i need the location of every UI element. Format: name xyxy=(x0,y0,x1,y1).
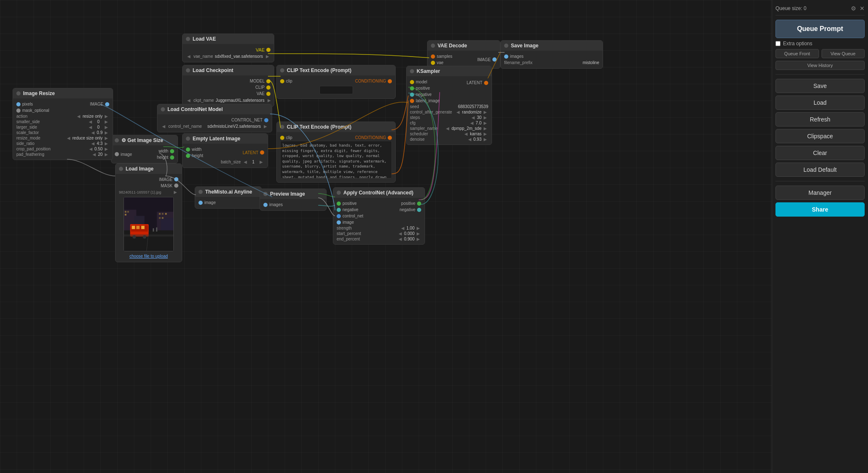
svg-rect-26 xyxy=(156,227,157,232)
controlnet-next[interactable]: ▶ xyxy=(263,124,268,129)
ctrlnet-ctrl-port[interactable] xyxy=(337,214,341,218)
scale-prev[interactable]: ◀ xyxy=(90,130,96,135)
pos-in-port[interactable] xyxy=(410,86,414,90)
vae-output-port[interactable] xyxy=(266,48,270,52)
cfg-next[interactable]: ▶ xyxy=(482,121,488,125)
end-pct-prev[interactable]: ◀ xyxy=(397,237,403,241)
conditioning-port[interactable] xyxy=(388,79,392,83)
smaller-next[interactable]: ▶ xyxy=(103,119,109,124)
image-out2-port[interactable] xyxy=(105,102,109,106)
image-in-port[interactable] xyxy=(115,152,119,156)
sampler-next[interactable]: ▶ xyxy=(482,126,488,131)
ckpt-prev[interactable]: ◀ xyxy=(186,98,192,103)
batch-prev[interactable]: ◀ xyxy=(242,160,248,164)
side-ratio-next[interactable]: ▶ xyxy=(103,141,109,146)
scheduler-prev[interactable]: ◀ xyxy=(463,132,469,136)
start-pct-next[interactable]: ▶ xyxy=(415,231,421,236)
mask-out-port[interactable] xyxy=(174,184,178,188)
share-button[interactable]: Share xyxy=(775,202,865,217)
mask-optional-port[interactable] xyxy=(16,109,21,113)
images-in-port[interactable] xyxy=(504,54,508,59)
extra-options-checkbox[interactable] xyxy=(775,41,780,46)
preview-images-port[interactable] xyxy=(263,203,268,207)
crop-pad-next[interactable]: ▶ xyxy=(103,147,109,151)
strength-next[interactable]: ▶ xyxy=(415,226,421,230)
preview-image-title: Preview Image xyxy=(270,191,305,197)
clipspace-button[interactable]: Clipspace xyxy=(775,129,865,143)
save-button[interactable]: Save xyxy=(775,79,865,93)
vae-name-prev[interactable]: ◀ xyxy=(186,54,192,59)
mask-optional-label: mask_optional xyxy=(22,108,49,113)
action-next[interactable]: ▶ xyxy=(103,114,109,119)
refresh-button[interactable]: Refresh xyxy=(775,112,865,127)
vae-name-next[interactable]: ▶ xyxy=(265,54,270,59)
pos-ctrl-out-port[interactable] xyxy=(417,202,421,206)
pixels-in-port[interactable] xyxy=(16,102,21,106)
side-ratio-prev[interactable]: ◀ xyxy=(90,141,96,146)
cfg-prev[interactable]: ◀ xyxy=(469,121,475,125)
vae-in-port[interactable] xyxy=(431,61,435,65)
width-out-port[interactable] xyxy=(170,149,174,153)
batch-next[interactable]: ▶ xyxy=(258,160,264,164)
steps-prev[interactable]: ◀ xyxy=(470,115,476,120)
clip-port[interactable] xyxy=(266,85,270,90)
larger-next[interactable]: ▶ xyxy=(103,125,109,129)
view-history-button[interactable]: View History xyxy=(775,61,865,70)
clip-input-port[interactable] xyxy=(280,79,284,83)
clip-neg-input-port[interactable] xyxy=(280,136,284,140)
ckpt-next[interactable]: ▶ xyxy=(266,98,272,103)
neg-in-port[interactable] xyxy=(410,93,414,97)
image-out-port[interactable] xyxy=(174,177,178,181)
resize-mode-prev[interactable]: ◀ xyxy=(66,136,72,140)
settings-icon[interactable]: ⚙ xyxy=(851,5,856,12)
end-pct-next[interactable]: ▶ xyxy=(415,237,421,241)
width-in-port[interactable] xyxy=(186,147,190,152)
image-ctrl-port[interactable] xyxy=(337,220,341,225)
load-default-button[interactable]: Load Default xyxy=(775,163,865,177)
queue-front-button[interactable]: Queue Front xyxy=(775,49,819,58)
steps-next[interactable]: ▶ xyxy=(482,115,488,120)
resize-mode-next[interactable]: ▶ xyxy=(103,136,109,140)
larger-prev[interactable]: ◀ xyxy=(88,125,93,129)
image-next[interactable]: ▶ xyxy=(173,190,178,194)
model-in-port[interactable] xyxy=(410,80,414,84)
pos-ctrl-port[interactable] xyxy=(337,202,341,206)
image-out3-port[interactable] xyxy=(492,57,497,62)
scale-next[interactable]: ▶ xyxy=(103,130,109,135)
upload-label[interactable]: choose file to upload xyxy=(119,253,178,259)
pad-feathering-next[interactable]: ▶ xyxy=(103,152,109,157)
crop-pad-prev[interactable]: ◀ xyxy=(88,147,94,151)
latent-out2-port[interactable] xyxy=(484,81,488,85)
model-port[interactable] xyxy=(266,79,270,83)
load-button[interactable]: Load xyxy=(775,96,865,110)
controlnet-prev[interactable]: ◀ xyxy=(161,124,167,129)
strength-prev[interactable]: ◀ xyxy=(400,226,406,230)
start-pct-prev[interactable]: ◀ xyxy=(397,231,403,236)
denoise-prev[interactable]: ◀ xyxy=(467,137,473,142)
conditioning-neg-port[interactable] xyxy=(388,136,392,140)
samples-in-port[interactable] xyxy=(431,54,435,59)
clear-button[interactable]: Clear xyxy=(775,146,865,160)
neg-ctrl-out-port[interactable] xyxy=(417,208,421,212)
scheduler-next[interactable]: ▶ xyxy=(482,132,488,136)
vae-port2[interactable] xyxy=(266,92,270,96)
smaller-prev[interactable]: ◀ xyxy=(88,119,93,124)
control-after-prev[interactable]: ◀ xyxy=(455,110,461,114)
neg-ctrl-port[interactable] xyxy=(337,208,341,212)
denoise-next[interactable]: ▶ xyxy=(482,137,488,142)
queue-prompt-button[interactable]: Queue Prompt xyxy=(775,20,865,38)
height-out-port[interactable] xyxy=(170,155,174,160)
control-after-next[interactable]: ▶ xyxy=(482,110,488,114)
latent-out-port[interactable] xyxy=(260,150,264,155)
latent-in-port[interactable] xyxy=(410,99,414,103)
pad-feathering-prev[interactable]: ◀ xyxy=(91,152,97,157)
anyline-image-port[interactable] xyxy=(198,201,203,205)
close-icon[interactable]: ✕ xyxy=(860,5,865,12)
controlnet-out-port[interactable] xyxy=(264,118,268,122)
sampler-prev[interactable]: ◀ xyxy=(445,126,451,131)
action-prev[interactable]: ◀ xyxy=(76,114,82,119)
manager-button[interactable]: Manager xyxy=(775,186,865,200)
negative-prompt-text[interactable]: lowres, bad anatomy, bad hands, text, er… xyxy=(280,141,392,178)
view-queue-button[interactable]: View Queue xyxy=(822,49,865,58)
height-in-port[interactable] xyxy=(186,154,190,158)
